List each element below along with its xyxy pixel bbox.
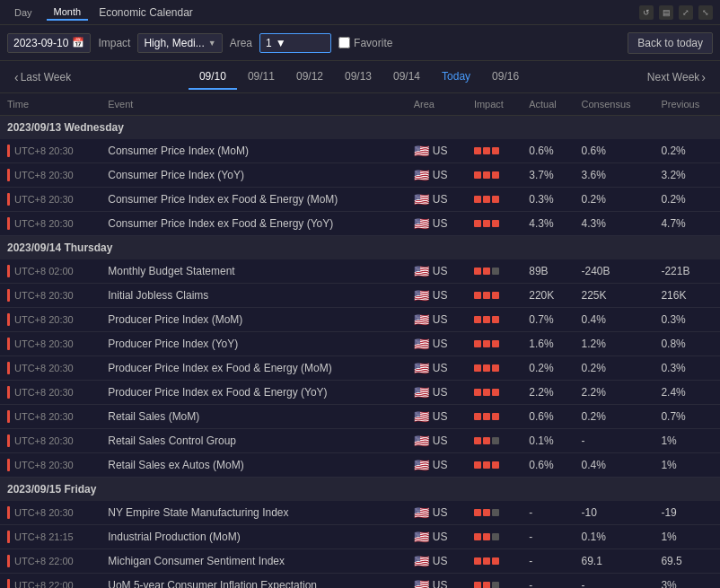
favorite-checkbox[interactable]: Favorite bbox=[338, 37, 392, 49]
previous-cell: 216K bbox=[654, 284, 720, 308]
event-cell: Michigan Consumer Sentiment Index bbox=[101, 549, 406, 574]
actual-cell: 3.7% bbox=[522, 163, 574, 188]
area-select[interactable]: 1 ▼ bbox=[259, 33, 331, 53]
prev-arrow-icon: ‹ bbox=[14, 70, 19, 84]
impact-select[interactable]: High, Medi... ▼ bbox=[137, 33, 222, 53]
col-time: Time bbox=[0, 93, 101, 116]
popout-icon[interactable]: ⤢ bbox=[679, 5, 693, 20]
area-cell: 🇺🇸 US bbox=[407, 308, 467, 332]
actual-cell: 0.7% bbox=[522, 308, 574, 332]
previous-cell: 1% bbox=[654, 525, 720, 549]
table-row: UTC+8 22:00Michigan Consumer Sentiment I… bbox=[0, 549, 720, 574]
actual-cell: 0.6% bbox=[522, 139, 574, 163]
impact-bars bbox=[474, 389, 514, 396]
time-cell: UTC+8 20:30 bbox=[0, 501, 101, 525]
prev-week-button[interactable]: ‹ Last Week bbox=[7, 70, 78, 84]
impact-cell bbox=[467, 259, 522, 284]
time-cell: UTC+8 20:30 bbox=[0, 188, 101, 212]
section-header: 2023/09/15 Friday bbox=[0, 478, 720, 502]
area-cell: 🇺🇸 US bbox=[407, 525, 467, 549]
event-cell: Consumer Price Index (MoM) bbox=[101, 139, 406, 163]
consensus-cell: 3.6% bbox=[575, 163, 654, 188]
nav-date-09-16[interactable]: 09/16 bbox=[481, 65, 530, 90]
actual-cell: 0.6% bbox=[522, 453, 574, 478]
impact-bars bbox=[474, 196, 514, 203]
time-cell: UTC+8 20:30 bbox=[0, 163, 101, 188]
impact-bars bbox=[474, 364, 514, 372]
layout-icon[interactable]: ▤ bbox=[659, 5, 673, 20]
maximize-icon[interactable]: ⤡ bbox=[698, 5, 713, 20]
col-consensus: Consensus bbox=[575, 93, 654, 116]
back-today-button[interactable]: Back to today bbox=[628, 32, 713, 54]
area-cell: 🇺🇸 US bbox=[407, 332, 467, 356]
event-cell: UoM 5-year Consumer Inflation Expectatio… bbox=[101, 574, 406, 589]
table-row: UTC+8 20:30Retail Sales Control Group🇺🇸 … bbox=[0, 429, 720, 453]
impact-cell bbox=[467, 163, 522, 188]
tab-month[interactable]: Month bbox=[47, 4, 89, 21]
impact-bars bbox=[474, 437, 514, 444]
time-cell: UTC+8 20:30 bbox=[0, 405, 101, 429]
nav-date-09-11[interactable]: 09/11 bbox=[237, 65, 285, 90]
previous-cell: 4.7% bbox=[654, 212, 720, 236]
nav-date-Today[interactable]: Today bbox=[431, 65, 481, 90]
nav-date-09-13[interactable]: 09/13 bbox=[334, 65, 382, 90]
app-name: Economic Calendar bbox=[99, 6, 193, 19]
favorite-input[interactable] bbox=[338, 37, 350, 48]
impact-bars bbox=[474, 147, 514, 154]
impact-bars bbox=[474, 509, 514, 516]
time-cell: UTC+8 20:30 bbox=[0, 356, 101, 381]
event-cell: Consumer Price Index (YoY) bbox=[101, 163, 406, 188]
actual-cell: 220K bbox=[522, 284, 574, 308]
impact-cell bbox=[467, 188, 522, 212]
tab-day[interactable]: Day bbox=[7, 5, 40, 20]
time-cell: UTC+8 22:00 bbox=[0, 549, 101, 574]
event-cell: NY Empire State Manufacturing Index bbox=[101, 501, 406, 525]
table-row: UTC+8 21:15Industrial Production (MoM)🇺🇸… bbox=[0, 525, 720, 549]
actual-cell: - bbox=[522, 501, 574, 525]
nav-date-09-10[interactable]: 09/10 bbox=[189, 65, 237, 90]
time-cell: UTC+8 20:30 bbox=[0, 453, 101, 478]
date-input[interactable]: 2023-09-10 📅 bbox=[7, 33, 91, 53]
area-cell: 🇺🇸 US bbox=[407, 139, 467, 163]
event-cell: Producer Price Index ex Food & Energy (Y… bbox=[101, 381, 406, 405]
impact-bars bbox=[474, 171, 514, 179]
nav-date-09-14[interactable]: 09/14 bbox=[382, 65, 431, 90]
refresh-icon[interactable]: ↺ bbox=[639, 5, 654, 20]
impact-bars bbox=[474, 533, 514, 540]
favorite-label: Favorite bbox=[354, 37, 392, 49]
impact-arrow-icon: ▼ bbox=[208, 39, 216, 48]
impact-cell bbox=[467, 525, 522, 549]
impact-cell bbox=[467, 405, 522, 429]
next-week-button[interactable]: Next Week › bbox=[640, 70, 713, 84]
actual-cell: - bbox=[522, 525, 574, 549]
col-impact: Impact bbox=[467, 93, 522, 116]
event-cell: Consumer Price Index ex Food & Energy (Y… bbox=[101, 212, 406, 236]
table-container: TimeEventAreaImpactActualConsensusPrevio… bbox=[0, 93, 720, 588]
table-row: UTC+8 20:30NY Empire State Manufacturing… bbox=[0, 501, 720, 525]
nav-date-09-12[interactable]: 09/12 bbox=[285, 65, 334, 90]
consensus-cell: 0.1% bbox=[575, 525, 654, 549]
impact-cell bbox=[467, 356, 522, 381]
event-cell: Retail Sales Control Group bbox=[101, 429, 406, 453]
col-area: Area bbox=[407, 93, 467, 116]
impact-bars bbox=[474, 582, 514, 588]
impact-bars bbox=[474, 557, 514, 565]
area-cell: 🇺🇸 US bbox=[407, 356, 467, 381]
consensus-cell: -240B bbox=[575, 259, 654, 284]
time-cell: UTC+8 20:30 bbox=[0, 308, 101, 332]
area-cell: 🇺🇸 US bbox=[407, 163, 467, 188]
table-row: UTC+8 20:30Initial Jobless Claims🇺🇸 US22… bbox=[0, 284, 720, 308]
time-cell: UTC+8 20:30 bbox=[0, 284, 101, 308]
consensus-cell: 1.2% bbox=[575, 332, 654, 356]
event-cell: Initial Jobless Claims bbox=[101, 284, 406, 308]
time-cell: UTC+8 22:00 bbox=[0, 574, 101, 589]
col-event: Event bbox=[101, 93, 406, 116]
calendar-icon[interactable]: 📅 bbox=[72, 37, 84, 48]
consensus-cell: 0.2% bbox=[575, 405, 654, 429]
consensus-cell: 0.2% bbox=[575, 188, 654, 212]
previous-cell: 0.3% bbox=[654, 356, 720, 381]
event-cell: Monthly Budget Statement bbox=[101, 259, 406, 284]
table-row: UTC+8 20:30Consumer Price Index (MoM)🇺🇸 … bbox=[0, 139, 720, 163]
table-row: UTC+8 22:00UoM 5-year Consumer Inflation… bbox=[0, 574, 720, 589]
previous-cell: 0.2% bbox=[654, 188, 720, 212]
